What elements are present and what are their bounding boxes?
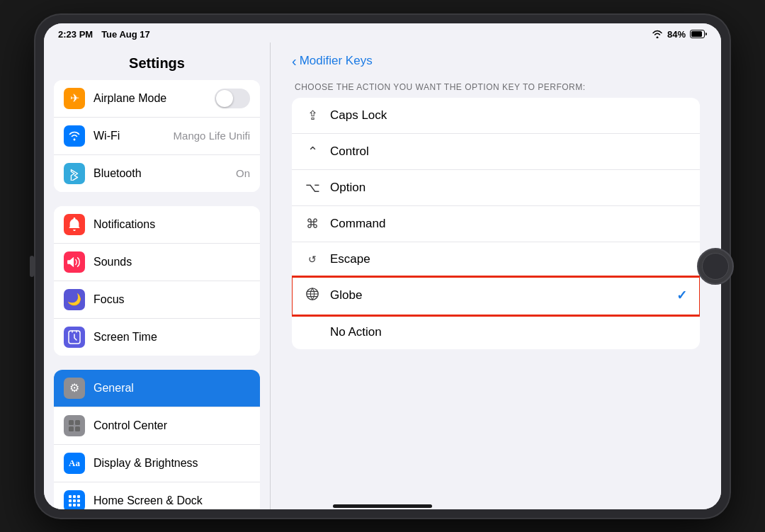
display-brightness-label: Display & Brightness: [94, 457, 250, 470]
svg-rect-3: [69, 420, 74, 425]
status-bar: 2:23 PM Tue Aug 17 84%: [44, 23, 721, 43]
sidebar-item-display-brightness[interactable]: Aa Display & Brightness: [54, 445, 260, 482]
option-option-icon: ⌥: [305, 180, 320, 196]
option-option[interactable]: ⌥ Option: [292, 170, 700, 206]
wifi-value: Mango Life Unifi: [174, 130, 250, 142]
battery-icon: [690, 30, 707, 38]
no-action-label: No Action: [330, 325, 687, 339]
svg-rect-10: [69, 499, 72, 502]
sidebar-item-focus[interactable]: 🌙 Focus: [54, 281, 260, 319]
caps-lock-icon: ⇪: [305, 108, 320, 123]
sidebar-item-airplane-mode[interactable]: ✈ Airplane Mode: [54, 80, 260, 118]
status-time: 2:23 PM: [58, 29, 93, 40]
control-icon: ⌃: [305, 144, 320, 159]
main-content: Settings ✈ Airplane Mode: [44, 43, 721, 509]
sidebar-item-general[interactable]: ⚙ General: [54, 370, 260, 407]
wifi-icon: [652, 30, 663, 38]
airplane-mode-icon: ✈: [64, 88, 85, 109]
back-chevron-icon: ‹: [292, 54, 297, 68]
display-brightness-icon: Aa: [64, 453, 85, 474]
sidebar-group-alerts: Notifications Sounds 🌙 Focus: [54, 206, 260, 356]
sidebar-item-control-center[interactable]: Control Center: [54, 407, 260, 445]
escape-icon: ↺: [305, 254, 320, 265]
back-button[interactable]: ‹ Modifier Keys: [292, 54, 700, 68]
option-control[interactable]: ⌃ Control: [292, 134, 700, 170]
screen-time-icon: [64, 327, 85, 348]
bluetooth-label: Bluetooth: [94, 167, 227, 180]
sidebar-item-sounds[interactable]: Sounds: [54, 244, 260, 281]
general-icon: ⚙: [64, 378, 85, 399]
sidebar-item-home-screen[interactable]: Home Screen & Dock: [54, 482, 260, 509]
svg-rect-1: [691, 31, 702, 37]
svg-rect-14: [73, 504, 76, 506]
bluetooth-icon: [64, 163, 85, 184]
sidebar: Settings ✈ Airplane Mode: [44, 43, 271, 509]
ipad-screen: 2:23 PM Tue Aug 17 84%: [44, 23, 721, 509]
globe-checkmark: ✓: [676, 288, 687, 303]
section-label: CHOOSE THE ACTION YOU WANT THE OPTION KE…: [292, 82, 700, 92]
status-right: 84%: [652, 29, 707, 40]
sidebar-item-wifi[interactable]: Wi-Fi Mango Life Unifi: [54, 118, 260, 155]
option-command[interactable]: ⌘ Command: [292, 206, 700, 242]
globe-icon: [305, 287, 320, 305]
home-button-inner: [702, 253, 729, 280]
sounds-icon: [64, 251, 85, 273]
focus-icon: 🌙: [64, 289, 85, 310]
control-center-label: Control Center: [94, 419, 250, 432]
option-option-label: Option: [330, 181, 687, 195]
sidebar-item-notifications[interactable]: Notifications: [54, 206, 260, 244]
status-left: 2:23 PM Tue Aug 17: [58, 29, 150, 40]
wifi-label: Wi-Fi: [94, 130, 165, 142]
sidebar-item-bluetooth[interactable]: Bluetooth On: [54, 155, 260, 192]
svg-rect-13: [69, 504, 72, 506]
svg-rect-15: [77, 504, 80, 506]
notifications-icon: [64, 214, 85, 235]
general-label: General: [94, 382, 250, 395]
sounds-label: Sounds: [94, 256, 250, 268]
bottom-home-indicator: [333, 504, 432, 508]
svg-rect-6: [75, 426, 80, 431]
option-escape[interactable]: ↺ Escape: [292, 242, 700, 277]
options-list: ⇪ Caps Lock ⌃ Control ⌥ Option: [292, 98, 700, 349]
option-no-action[interactable]: No Action: [292, 315, 700, 349]
command-icon: ⌘: [305, 216, 320, 232]
side-button[interactable]: [30, 256, 34, 277]
option-caps-lock[interactable]: ⇪ Caps Lock: [292, 98, 700, 134]
svg-rect-9: [77, 495, 80, 498]
notifications-label: Notifications: [94, 218, 250, 231]
svg-rect-7: [69, 495, 72, 498]
svg-rect-4: [75, 420, 80, 425]
sidebar-title: Settings: [44, 50, 270, 80]
back-button-label: Modifier Keys: [300, 54, 373, 68]
wifi-setting-icon: [64, 125, 85, 147]
focus-label: Focus: [94, 293, 250, 306]
command-label: Command: [330, 217, 687, 231]
svg-rect-12: [77, 499, 80, 502]
airplane-mode-toggle[interactable]: [215, 89, 250, 108]
detail-panel: ‹ Modifier Keys CHOOSE THE ACTION YOU WA…: [271, 43, 721, 509]
option-globe[interactable]: Globe ✓: [292, 277, 700, 315]
status-date: Tue Aug 17: [101, 29, 150, 40]
airplane-mode-label: Airplane Mode: [94, 92, 206, 105]
globe-label: Globe: [330, 288, 667, 302]
svg-rect-8: [73, 495, 76, 498]
ipad-frame: 2:23 PM Tue Aug 17 84%: [35, 15, 730, 518]
control-center-icon: [64, 415, 85, 436]
home-button[interactable]: [697, 248, 734, 285]
home-screen-icon: [64, 490, 85, 509]
svg-rect-5: [69, 426, 74, 431]
battery-percent: 84%: [667, 29, 686, 40]
screen-time-label: Screen Time: [94, 331, 250, 344]
sidebar-group-network: ✈ Airplane Mode Wi-Fi: [54, 80, 260, 192]
bluetooth-value: On: [236, 167, 250, 179]
home-screen-label: Home Screen & Dock: [94, 494, 250, 507]
caps-lock-label: Caps Lock: [330, 108, 687, 123]
sidebar-item-screen-time[interactable]: Screen Time: [54, 319, 260, 356]
escape-label: Escape: [330, 252, 687, 266]
svg-rect-11: [73, 499, 76, 502]
control-label: Control: [330, 145, 687, 159]
sidebar-group-system: ⚙ General Control Center: [54, 370, 260, 509]
